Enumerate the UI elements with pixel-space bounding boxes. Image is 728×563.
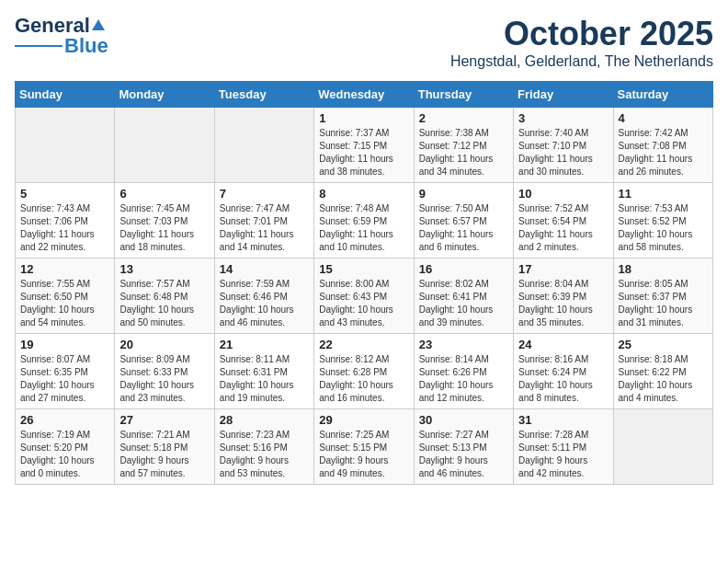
- logo-text-blue: Blue: [64, 35, 108, 57]
- day-number: 22: [319, 338, 408, 351]
- day-number: 31: [518, 413, 608, 427]
- weekday-header-monday: Monday: [115, 82, 214, 108]
- page-header: General Blue October 2025 Hengstdal, Gel…: [15, 15, 713, 70]
- day-number: 6: [119, 187, 209, 201]
- weekday-header-sunday: Sunday: [16, 82, 115, 108]
- day-number: 20: [119, 338, 209, 351]
- day-number: 16: [419, 262, 508, 276]
- weekday-header-wednesday: Wednesday: [314, 82, 414, 108]
- weekday-header-friday: Friday: [514, 82, 613, 108]
- calendar-cell: 1Sunrise: 7:37 AM Sunset: 7:15 PM Daylig…: [314, 108, 414, 183]
- day-number: 28: [220, 413, 309, 427]
- day-number: 17: [518, 262, 608, 276]
- day-info: Sunrise: 7:37 AM Sunset: 7:15 PM Dayligh…: [319, 127, 408, 178]
- day-info: Sunrise: 7:21 AM Sunset: 5:18 PM Dayligh…: [119, 429, 209, 480]
- day-number: 9: [419, 187, 508, 201]
- day-info: Sunrise: 7:28 AM Sunset: 5:11 PM Dayligh…: [518, 429, 608, 480]
- calendar-cell: 30Sunrise: 7:27 AM Sunset: 5:13 PM Dayli…: [414, 409, 513, 485]
- day-number: 7: [220, 187, 309, 201]
- calendar-cell: 21Sunrise: 8:11 AM Sunset: 6:31 PM Dayli…: [214, 334, 313, 409]
- day-info: Sunrise: 7:53 AM Sunset: 6:52 PM Dayligh…: [619, 202, 708, 254]
- calendar-cell: 31Sunrise: 7:28 AM Sunset: 5:11 PM Dayli…: [514, 409, 613, 485]
- calendar-cell: 24Sunrise: 8:16 AM Sunset: 6:24 PM Dayli…: [514, 334, 613, 409]
- calendar-week-row: 26Sunrise: 7:19 AM Sunset: 5:20 PM Dayli…: [16, 409, 713, 485]
- day-number: 2: [419, 111, 508, 125]
- day-info: Sunrise: 7:55 AM Sunset: 6:50 PM Dayligh…: [20, 278, 109, 329]
- day-info: Sunrise: 8:02 AM Sunset: 6:41 PM Dayligh…: [419, 278, 508, 329]
- calendar-cell: 14Sunrise: 7:59 AM Sunset: 6:46 PM Dayli…: [214, 259, 313, 334]
- day-number: 11: [619, 187, 708, 201]
- day-number: 12: [20, 262, 109, 276]
- day-number: 26: [20, 413, 109, 427]
- calendar-cell: 27Sunrise: 7:21 AM Sunset: 5:18 PM Dayli…: [115, 409, 214, 485]
- calendar-week-row: 1Sunrise: 7:37 AM Sunset: 7:15 PM Daylig…: [16, 108, 713, 183]
- day-info: Sunrise: 7:19 AM Sunset: 5:20 PM Dayligh…: [20, 429, 109, 480]
- month-title: October 2025: [450, 15, 713, 53]
- calendar-cell: 6Sunrise: 7:45 AM Sunset: 7:03 PM Daylig…: [115, 183, 214, 259]
- day-number: 27: [119, 413, 209, 427]
- calendar-cell: 17Sunrise: 8:04 AM Sunset: 6:39 PM Dayli…: [514, 259, 613, 334]
- day-info: Sunrise: 8:04 AM Sunset: 6:39 PM Dayligh…: [518, 278, 608, 329]
- day-info: Sunrise: 7:40 AM Sunset: 7:10 PM Dayligh…: [518, 127, 608, 178]
- weekday-header-saturday: Saturday: [613, 82, 712, 108]
- day-number: 13: [119, 262, 209, 276]
- calendar-cell: 11Sunrise: 7:53 AM Sunset: 6:52 PM Dayli…: [613, 183, 712, 259]
- calendar-cell: [115, 108, 214, 183]
- calendar-table: SundayMondayTuesdayWednesdayThursdayFrid…: [15, 81, 713, 485]
- day-info: Sunrise: 7:38 AM Sunset: 7:12 PM Dayligh…: [419, 127, 508, 178]
- day-number: 18: [619, 262, 708, 276]
- calendar-week-row: 5Sunrise: 7:43 AM Sunset: 7:06 PM Daylig…: [16, 183, 713, 259]
- calendar-week-row: 19Sunrise: 8:07 AM Sunset: 6:35 PM Dayli…: [16, 334, 713, 409]
- calendar-cell: 13Sunrise: 7:57 AM Sunset: 6:48 PM Dayli…: [115, 259, 214, 334]
- day-info: Sunrise: 7:50 AM Sunset: 6:57 PM Dayligh…: [419, 202, 508, 254]
- calendar-cell: 4Sunrise: 7:42 AM Sunset: 7:08 PM Daylig…: [613, 108, 712, 183]
- day-info: Sunrise: 8:05 AM Sunset: 6:37 PM Dayligh…: [619, 278, 708, 329]
- calendar-cell: 25Sunrise: 8:18 AM Sunset: 6:22 PM Dayli…: [613, 334, 712, 409]
- day-info: Sunrise: 8:09 AM Sunset: 6:33 PM Dayligh…: [119, 353, 209, 405]
- day-info: Sunrise: 8:12 AM Sunset: 6:28 PM Dayligh…: [319, 353, 408, 405]
- day-number: 30: [419, 413, 508, 427]
- day-number: 4: [619, 111, 708, 125]
- calendar-cell: 5Sunrise: 7:43 AM Sunset: 7:06 PM Daylig…: [16, 183, 115, 259]
- weekday-header-tuesday: Tuesday: [214, 82, 313, 108]
- day-info: Sunrise: 7:47 AM Sunset: 7:01 PM Dayligh…: [220, 202, 309, 254]
- day-number: 3: [518, 111, 608, 125]
- day-number: 15: [319, 262, 408, 276]
- location-subtitle: Hengstdal, Gelderland, The Netherlands: [450, 53, 713, 70]
- day-number: 8: [319, 187, 408, 201]
- day-info: Sunrise: 7:48 AM Sunset: 6:59 PM Dayligh…: [319, 202, 408, 254]
- day-info: Sunrise: 8:16 AM Sunset: 6:24 PM Dayligh…: [518, 353, 608, 405]
- day-info: Sunrise: 7:59 AM Sunset: 6:46 PM Dayligh…: [220, 278, 309, 329]
- day-number: 25: [619, 338, 708, 351]
- logo: General Blue: [15, 15, 108, 57]
- calendar-cell: 26Sunrise: 7:19 AM Sunset: 5:20 PM Dayli…: [16, 409, 115, 485]
- day-info: Sunrise: 7:43 AM Sunset: 7:06 PM Dayligh…: [20, 202, 109, 254]
- day-number: 19: [20, 338, 109, 351]
- day-info: Sunrise: 7:52 AM Sunset: 6:54 PM Dayligh…: [518, 202, 608, 254]
- calendar-cell: 7Sunrise: 7:47 AM Sunset: 7:01 PM Daylig…: [214, 183, 313, 259]
- calendar-cell: 23Sunrise: 8:14 AM Sunset: 6:26 PM Dayli…: [414, 334, 513, 409]
- day-number: 10: [518, 187, 608, 201]
- calendar-cell: 8Sunrise: 7:48 AM Sunset: 6:59 PM Daylig…: [314, 183, 414, 259]
- day-info: Sunrise: 8:18 AM Sunset: 6:22 PM Dayligh…: [619, 353, 708, 405]
- calendar-cell: 3Sunrise: 7:40 AM Sunset: 7:10 PM Daylig…: [514, 108, 613, 183]
- calendar-cell: [613, 409, 712, 485]
- calendar-cell: 15Sunrise: 8:00 AM Sunset: 6:43 PM Dayli…: [314, 259, 414, 334]
- calendar-cell: 28Sunrise: 7:23 AM Sunset: 5:16 PM Dayli…: [214, 409, 313, 485]
- calendar-cell: 19Sunrise: 8:07 AM Sunset: 6:35 PM Dayli…: [16, 334, 115, 409]
- day-info: Sunrise: 7:45 AM Sunset: 7:03 PM Dayligh…: [119, 202, 209, 254]
- day-info: Sunrise: 7:42 AM Sunset: 7:08 PM Dayligh…: [619, 127, 708, 178]
- day-info: Sunrise: 8:00 AM Sunset: 6:43 PM Dayligh…: [319, 278, 408, 329]
- weekday-header-row: SundayMondayTuesdayWednesdayThursdayFrid…: [16, 82, 713, 108]
- calendar-cell: 16Sunrise: 8:02 AM Sunset: 6:41 PM Dayli…: [414, 259, 513, 334]
- calendar-cell: 29Sunrise: 7:25 AM Sunset: 5:15 PM Dayli…: [314, 409, 414, 485]
- calendar-cell: [16, 108, 115, 183]
- day-info: Sunrise: 8:11 AM Sunset: 6:31 PM Dayligh…: [220, 353, 309, 405]
- calendar-cell: 10Sunrise: 7:52 AM Sunset: 6:54 PM Dayli…: [514, 183, 613, 259]
- day-info: Sunrise: 7:27 AM Sunset: 5:13 PM Dayligh…: [419, 429, 508, 480]
- day-number: 14: [220, 262, 309, 276]
- calendar-cell: 22Sunrise: 8:12 AM Sunset: 6:28 PM Dayli…: [314, 334, 414, 409]
- day-number: 1: [319, 111, 408, 125]
- weekday-header-thursday: Thursday: [414, 82, 513, 108]
- day-number: 23: [419, 338, 508, 351]
